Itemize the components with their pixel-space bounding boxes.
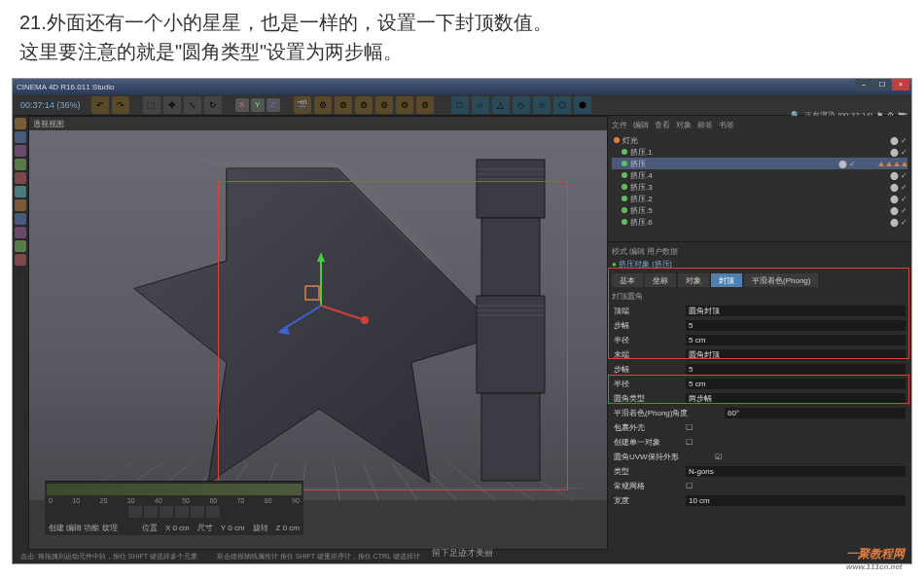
prev-frame-icon[interactable] xyxy=(144,506,158,518)
mode-icon[interactable] xyxy=(15,118,26,129)
checkbox[interactable]: ☐ xyxy=(686,482,693,490)
obj-tab[interactable]: 编辑 xyxy=(633,120,649,130)
primitive-icon[interactable]: ☆ xyxy=(533,96,551,114)
dropdown[interactable]: N-gons xyxy=(686,466,906,477)
move-tool-icon[interactable]: ✥ xyxy=(163,96,181,114)
obj-tab[interactable]: 查看 xyxy=(655,120,670,130)
primitive-icon[interactable]: ◇ xyxy=(513,96,530,114)
checkbox[interactable]: ☐ xyxy=(686,438,693,447)
primitive-icon[interactable]: ⬢ xyxy=(574,96,591,114)
tool-icon[interactable]: ⚙ xyxy=(375,96,393,114)
instruction-line2: 这里要注意的就是"圆角类型"设置为两步幅。 xyxy=(19,37,905,66)
mode-icon[interactable] xyxy=(15,172,26,184)
viewport[interactable]: 透视视图 xyxy=(28,116,608,550)
object-manager[interactable]: 文件 编辑 查看 对象 标签 书签 灯光⬤ ✓ 挤压.1⬤ ✓ 挤压⬤ ✓ 挤压… xyxy=(608,116,911,242)
x-axis[interactable]: X xyxy=(235,98,249,112)
obj-tab[interactable]: 标签 xyxy=(697,120,713,130)
attr-row: 宽度10 cm xyxy=(612,493,907,508)
hint-text: 点击: 将拖拽到运动元件中轨，按住 SHIFT 键选择多个元素 xyxy=(20,552,197,561)
tree-item: 挤压.3⬤ ✓ xyxy=(612,181,907,193)
obj-tab[interactable]: 文件 xyxy=(612,120,627,130)
input[interactable]: 10 cm xyxy=(686,495,906,506)
timeline-frames: 010 2030 4050 6070 8090 xyxy=(45,497,303,504)
hint-text: 双击建模轴线属性计 按住 SHIFT 键重排序计，按住 CTRL 键选择计 xyxy=(217,552,420,561)
tool-icon[interactable]: ⚙ xyxy=(416,96,434,114)
mode-icon[interactable] xyxy=(15,186,26,198)
timeline[interactable]: 010 2030 4050 6070 8090 xyxy=(45,481,303,520)
timeline-track[interactable] xyxy=(47,484,302,495)
tool-icon[interactable]: ⚙ xyxy=(355,96,373,114)
select-tool-icon[interactable]: ⬚ xyxy=(143,96,160,114)
attr-row: 类型N-gons xyxy=(612,464,907,479)
xyz-toggle[interactable]: X Y Z xyxy=(235,98,280,112)
left-toolbar xyxy=(13,116,28,550)
primitive-icon[interactable]: □ xyxy=(451,96,469,114)
object-tree[interactable]: 灯光⬤ ✓ 挤压.1⬤ ✓ 挤压⬤ ✓ 挤压.4⬤ ✓ 挤压.3⬤ ✓ 挤压.2… xyxy=(612,134,907,228)
first-frame-icon[interactable] xyxy=(128,506,142,518)
site-logo: 一聚教程网 www.111cn.net xyxy=(846,546,905,571)
undo-icon[interactable]: ↶ xyxy=(91,96,109,114)
mode-icon[interactable] xyxy=(15,145,26,157)
tool-icon[interactable]: ⚙ xyxy=(314,96,332,114)
z-axis[interactable]: Z xyxy=(267,98,280,112)
right-panels: 文件 编辑 查看 对象 标签 书签 灯光⬤ ✓ 挤压.1⬤ ✓ 挤压⬤ ✓ 挤压… xyxy=(608,116,911,550)
app-screenshot: CINEMA 4D R16.011 Studio – ☐ × 00:37:14 … xyxy=(12,78,912,564)
redo-icon[interactable]: ↷ xyxy=(112,96,129,114)
tree-item: 挤压.1⬤ ✓ xyxy=(612,146,907,158)
mode-icon[interactable] xyxy=(15,254,26,266)
obj-tab[interactable]: 对象 xyxy=(676,120,692,130)
attr-header: 模式 编辑 用户数据 xyxy=(612,246,907,257)
mode-icon[interactable] xyxy=(15,227,26,238)
checkbox[interactable]: ☑ xyxy=(715,452,722,461)
viewport-tabs: 透视视图 xyxy=(29,117,607,130)
object-tabs: 文件 编辑 查看 对象 标签 书签 xyxy=(612,120,907,130)
minimize-button[interactable]: – xyxy=(855,79,872,90)
tree-item: 挤压.6⬤ ✓ xyxy=(612,216,907,228)
mode-icon[interactable] xyxy=(15,131,26,143)
highlight-box-viewport xyxy=(218,181,568,490)
checkbox[interactable]: ☐ xyxy=(686,423,693,432)
primitive-icon[interactable]: ○ xyxy=(472,96,489,114)
maximize-button[interactable]: ☐ xyxy=(873,79,891,90)
instruction-line1: 21.外面还有一个小的星星，也是一样的，设置一下封顶数值。 xyxy=(19,8,905,37)
next-frame-icon[interactable] xyxy=(175,506,189,518)
mode-icon[interactable] xyxy=(15,199,26,211)
attr-row: 包裹外壳☐ xyxy=(612,420,907,435)
timeline-controls xyxy=(45,506,303,518)
material-bar: 创建 编辑 功能 纹理 位置X 0 cm 尺寸Y 0 cm 旋转Z 0 cm xyxy=(45,520,303,535)
attribute-manager[interactable]: 模式 编辑 用户数据 ● 挤压对象 [挤压] 基本 坐标 对象 封顶 平滑着色(… xyxy=(608,242,911,550)
app-title: CINEMA 4D R16.011 Studio xyxy=(17,83,115,91)
mode-icon[interactable] xyxy=(15,159,26,170)
tool-icon[interactable]: ⚙ xyxy=(335,96,352,114)
input[interactable]: 60° xyxy=(725,408,906,418)
play-icon[interactable] xyxy=(160,506,173,518)
mode-icon[interactable] xyxy=(15,213,26,225)
highlight-box-attrs1 xyxy=(608,268,909,359)
frame-info: 00:37:14 (36%) xyxy=(20,100,81,110)
viewport-content[interactable] xyxy=(29,130,607,500)
obj-tab[interactable]: 书签 xyxy=(719,120,734,130)
primitive-icon[interactable]: ⬡ xyxy=(553,96,571,114)
close-button[interactable]: × xyxy=(892,79,909,90)
render-icon[interactable]: 🎬 xyxy=(294,96,311,114)
tree-item: 挤压⬤ ✓ xyxy=(612,158,907,169)
last-frame-icon[interactable] xyxy=(191,506,204,518)
main-toolbar: 00:37:14 (36%) ↶ ↷ ⬚ ✥ ⤡ ↻ X Y Z 🎬 ⚙ ⚙ ⚙… xyxy=(13,94,911,116)
primitive-icon[interactable]: △ xyxy=(492,96,510,114)
input[interactable]: 5 xyxy=(686,364,906,375)
scale-tool-icon[interactable]: ⤡ xyxy=(184,96,201,114)
tree-item: 挤压.2⬤ ✓ xyxy=(612,193,907,204)
titlebar: CINEMA 4D R16.011 Studio – ☐ × xyxy=(13,79,911,94)
tool-icon[interactable]: ⚙ xyxy=(396,96,413,114)
record-icon[interactable] xyxy=(206,506,220,518)
y-axis[interactable]: Y xyxy=(251,98,265,112)
tree-item: 挤压.5⬤ ✓ xyxy=(612,204,907,216)
mode-icon[interactable] xyxy=(15,240,26,252)
tree-item: 灯光⬤ ✓ xyxy=(612,134,907,146)
tree-item: 挤压.4⬤ ✓ xyxy=(612,169,907,181)
highlight-box-attrs2 xyxy=(608,375,909,404)
attr-row: 平滑着色(Phong)角度60° xyxy=(612,406,907,420)
watermark: 留下足迹才美丽 xyxy=(432,547,493,560)
rotate-tool-icon[interactable]: ↻ xyxy=(204,96,222,114)
viewport-tab[interactable]: 透视视图 xyxy=(33,119,64,129)
